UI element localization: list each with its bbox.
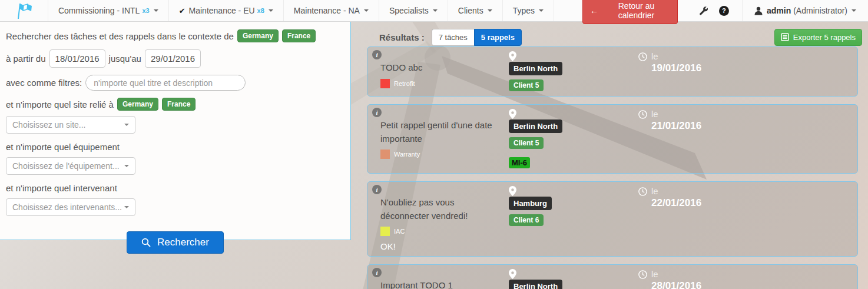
date-prefix: le [651,269,701,279]
app-logo[interactable] [0,0,48,21]
user-role: (Administrator) [793,6,847,15]
nav-item-maintenance-na[interactable]: Maintenance - NA [284,0,379,21]
back-to-calendar-button[interactable]: ← Retour au calendrier [582,0,678,24]
check-icon: ✔ [179,6,185,15]
reminder-card[interactable]: i Important TODO 1 Inspection Berlin Nor… [367,264,858,289]
search-button-label: Rechercher [157,237,209,248]
context-tag-germany[interactable]: Germany [237,29,279,42]
search-icon [141,238,151,247]
help-icon[interactable]: ? [719,6,729,16]
back-to-calendar-label: Retour au calendrier [602,1,670,20]
user-menu[interactable]: admin (Administrator) [743,0,868,21]
nav-item-specialists[interactable]: Specialists [379,0,448,21]
nav-item-label: Clients [458,6,483,15]
chevron-down-icon [124,206,129,208]
chevron-down-icon [364,9,369,12]
reminder-description: OK! [380,241,503,251]
category-color-swatch [380,227,390,236]
info-icon[interactable]: i [372,108,382,117]
date-prefix: le [651,109,701,119]
results-toggle-group: 7 tâches 5 rappels [432,29,522,46]
date-prefix: le [651,186,701,196]
chevron-down-icon [269,9,273,12]
clock-icon [638,110,647,119]
reminder-title: TODO abc [380,61,501,75]
clock-icon [638,270,647,279]
category-label: IAC [394,228,405,235]
equipment-label: et n'importe quel équipement [6,142,120,152]
nav-spacer [554,0,574,21]
date-from-input[interactable] [49,49,105,68]
site-badge: Berlin North [509,62,562,75]
site-tag-france[interactable]: France [162,98,196,111]
chevron-down-icon [539,9,544,12]
chevron-down-icon [124,165,129,167]
nav-item-count: x8 [257,7,264,14]
chevron-down-icon [488,9,492,12]
category-color-swatch [380,150,390,159]
site-badge: Berlin North [509,280,562,289]
site-select-placeholder: Choisissez un site... [12,120,86,129]
wrench-icon[interactable] [699,6,708,15]
chevron-down-icon [154,9,158,12]
nav-item-label: Specialists [389,6,429,15]
reminder-date: 19/01/2016 [651,62,701,74]
question-glyph: ? [722,7,726,14]
location-pin-icon [509,51,516,61]
date-to-input[interactable] [145,49,201,68]
nav-item-label: Commissioning - INTL [58,6,140,15]
flag-logo-icon [14,1,33,20]
equipment-select[interactable]: Choisissez de l'équipement... [6,157,135,175]
user-icon [754,6,763,15]
nav-item-commissioning-intl[interactable]: Commissioning - INTL x3 [48,0,169,21]
info-icon[interactable]: i [372,185,382,194]
nav-item-maintenance-eu[interactable]: ✔ Maintenance - EU x8 [169,0,284,21]
category-label: Retrofit [394,80,415,87]
search-button[interactable]: Rechercher [127,231,224,254]
clock-icon [638,187,647,196]
reminder-card[interactable]: i Petit rappel gentil d'une date importa… [367,104,858,174]
tab-rappels[interactable]: 5 rappels [474,29,522,46]
info-icon[interactable]: i [372,50,382,59]
chevron-down-icon [852,9,856,12]
export-button[interactable]: Exporter 5 rappels [774,29,862,46]
back-arrow-icon: ← [590,6,598,15]
user-name: admin [767,6,791,15]
site-select[interactable]: Choisissez un site... [6,116,135,134]
context-line-label: Rechercher des tâches et des rappels dan… [6,31,234,41]
date-to-label: jusqu'au [109,54,141,64]
nav-item-clients[interactable]: Clients [448,0,503,21]
top-navbar: Commissioning - INTL x3 ✔ Maintenance - … [0,0,868,22]
reminder-date: 21/01/2016 [651,120,701,132]
site-line-label: et n'importe quel site relié à [6,99,114,109]
site-tag-germany[interactable]: Germany [117,98,158,111]
chevron-down-icon [124,124,129,126]
reminder-card[interactable]: i N'oubliez pas vous déconnecter vendred… [367,181,858,257]
reminder-title: N'oubliez pas vous déconnecter vendredi! [380,196,501,222]
site-badge: Hamburg [509,197,552,210]
title-filter-input[interactable] [85,75,246,91]
client-badge: Client 6 [509,214,544,226]
date-from-label: à partir du [6,54,46,64]
nav-item-count: x3 [142,7,149,14]
reminder-title: Petit rappel gentil d'une date important… [380,119,501,145]
info-icon[interactable]: i [372,268,382,277]
nav-item-types[interactable]: Types [503,0,554,21]
search-panel: Rechercher des tâches et des rappels dan… [0,22,351,240]
worker-select[interactable]: Choisissez des intervenants... [6,198,135,216]
client-badge: Client 5 [509,79,544,91]
reminder-title: Important TODO 1 [380,279,501,289]
chevron-down-icon [433,9,438,12]
reminder-card[interactable]: i TODO abc Retrofit Berlin North Client … [367,46,858,97]
tab-taches[interactable]: 7 tâches [432,29,474,46]
results-area: Résultats : 7 tâches 5 rappels Exporter … [367,22,862,289]
filters-label: avec comme filtres: [6,78,82,88]
nav-item-label: Maintenance - EU [189,6,255,15]
worker-label: et n'importe quel intervenant [6,183,117,193]
context-tag-france[interactable]: France [282,29,316,42]
results-label: Résultats : [379,32,425,42]
equipment-badge: MI-6 [509,157,530,168]
category-label: Warranty [394,151,420,158]
clock-icon [638,52,647,61]
equipment-select-placeholder: Choisissez de l'équipement... [12,161,120,171]
